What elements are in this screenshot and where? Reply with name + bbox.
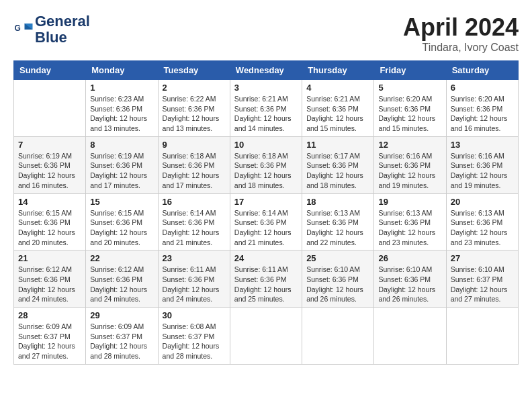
day-number: 11 xyxy=(306,140,369,150)
calendar-week-row: 28Sunrise: 6:09 AM Sunset: 6:37 PM Dayli… xyxy=(14,308,519,365)
day-info: Sunrise: 6:10 AM Sunset: 6:37 PM Dayligh… xyxy=(451,265,514,304)
day-info: Sunrise: 6:12 AM Sunset: 6:36 PM Dayligh… xyxy=(18,265,81,304)
calendar-cell: 21Sunrise: 6:12 AM Sunset: 6:36 PM Dayli… xyxy=(14,250,86,308)
day-number: 27 xyxy=(451,253,514,263)
day-number: 10 xyxy=(234,140,298,150)
calendar-cell: 19Sunrise: 6:13 AM Sunset: 6:36 PM Dayli… xyxy=(374,193,446,250)
page-subtitle: Tindara, Ivory Coast xyxy=(403,42,519,54)
calendar-cell: 7Sunrise: 6:19 AM Sunset: 6:36 PM Daylig… xyxy=(14,136,86,193)
calendar-cell: 26Sunrise: 6:10 AM Sunset: 6:36 PM Dayli… xyxy=(374,250,446,308)
calendar-cell: 13Sunrise: 6:16 AM Sunset: 6:36 PM Dayli… xyxy=(446,136,518,193)
calendar-week-row: 7Sunrise: 6:19 AM Sunset: 6:36 PM Daylig… xyxy=(14,136,519,193)
day-number: 13 xyxy=(451,140,514,150)
day-info: Sunrise: 6:18 AM Sunset: 6:36 PM Dayligh… xyxy=(234,151,298,191)
calendar-cell xyxy=(446,308,518,365)
day-info: Sunrise: 6:19 AM Sunset: 6:36 PM Dayligh… xyxy=(90,151,153,191)
day-info: Sunrise: 6:18 AM Sunset: 6:36 PM Dayligh… xyxy=(163,151,226,191)
calendar-header-row: SundayMondayTuesdayWednesdayThursdayFrid… xyxy=(14,61,519,80)
calendar-header-friday: Friday xyxy=(374,61,446,80)
calendar-week-row: 21Sunrise: 6:12 AM Sunset: 6:36 PM Dayli… xyxy=(14,250,519,308)
calendar-cell: 27Sunrise: 6:10 AM Sunset: 6:37 PM Dayli… xyxy=(446,250,518,308)
calendar-cell: 3Sunrise: 6:21 AM Sunset: 6:36 PM Daylig… xyxy=(230,80,302,137)
calendar-cell: 22Sunrise: 6:12 AM Sunset: 6:36 PM Dayli… xyxy=(86,250,158,308)
day-info: Sunrise: 6:17 AM Sunset: 6:36 PM Dayligh… xyxy=(306,151,369,191)
day-number: 16 xyxy=(163,197,226,207)
day-number: 8 xyxy=(90,140,153,150)
logo-icon: G xyxy=(13,19,34,40)
day-info: Sunrise: 6:15 AM Sunset: 6:36 PM Dayligh… xyxy=(90,208,153,248)
day-number: 9 xyxy=(163,140,226,150)
calendar-header-thursday: Thursday xyxy=(302,61,374,80)
day-number: 7 xyxy=(18,140,81,150)
calendar-cell: 6Sunrise: 6:20 AM Sunset: 6:36 PM Daylig… xyxy=(446,80,518,137)
calendar-week-row: 1Sunrise: 6:23 AM Sunset: 6:36 PM Daylig… xyxy=(14,80,519,137)
calendar-table: SundayMondayTuesdayWednesdayThursdayFrid… xyxy=(13,60,519,365)
title-block: April 2024 Tindara, Ivory Coast xyxy=(403,13,519,54)
day-info: Sunrise: 6:11 AM Sunset: 6:36 PM Dayligh… xyxy=(163,265,226,304)
day-number: 26 xyxy=(378,253,441,263)
day-info: Sunrise: 6:16 AM Sunset: 6:36 PM Dayligh… xyxy=(378,151,441,191)
day-number: 20 xyxy=(451,197,514,207)
day-info: Sunrise: 6:13 AM Sunset: 6:36 PM Dayligh… xyxy=(451,208,514,248)
calendar-cell: 18Sunrise: 6:13 AM Sunset: 6:36 PM Dayli… xyxy=(302,193,374,250)
page-header: G General Blue April 2024 Tindara, Ivory… xyxy=(13,13,519,54)
day-number: 17 xyxy=(234,197,298,207)
calendar-cell: 30Sunrise: 6:08 AM Sunset: 6:37 PM Dayli… xyxy=(158,308,230,365)
calendar-cell: 16Sunrise: 6:14 AM Sunset: 6:36 PM Dayli… xyxy=(158,193,230,250)
day-number: 2 xyxy=(163,83,226,93)
calendar-header-wednesday: Wednesday xyxy=(230,61,302,80)
day-number: 6 xyxy=(451,83,514,93)
calendar-cell: 10Sunrise: 6:18 AM Sunset: 6:36 PM Dayli… xyxy=(230,136,302,193)
day-info: Sunrise: 6:23 AM Sunset: 6:36 PM Dayligh… xyxy=(90,94,153,134)
calendar-cell: 15Sunrise: 6:15 AM Sunset: 6:36 PM Dayli… xyxy=(86,193,158,250)
calendar-cell xyxy=(14,80,86,137)
calendar-cell: 1Sunrise: 6:23 AM Sunset: 6:36 PM Daylig… xyxy=(86,80,158,137)
calendar-cell: 29Sunrise: 6:09 AM Sunset: 6:37 PM Dayli… xyxy=(86,308,158,365)
day-number: 23 xyxy=(163,253,226,263)
day-info: Sunrise: 6:10 AM Sunset: 6:36 PM Dayligh… xyxy=(306,265,369,304)
day-number: 3 xyxy=(234,83,298,93)
day-number: 12 xyxy=(378,140,441,150)
day-number: 14 xyxy=(18,197,81,207)
calendar-cell: 9Sunrise: 6:18 AM Sunset: 6:36 PM Daylig… xyxy=(158,136,230,193)
day-number: 21 xyxy=(18,253,81,263)
day-info: Sunrise: 6:09 AM Sunset: 6:37 PM Dayligh… xyxy=(90,322,153,361)
day-info: Sunrise: 6:22 AM Sunset: 6:36 PM Dayligh… xyxy=(163,94,226,134)
day-info: Sunrise: 6:20 AM Sunset: 6:36 PM Dayligh… xyxy=(378,94,441,134)
day-info: Sunrise: 6:12 AM Sunset: 6:36 PM Dayligh… xyxy=(90,265,153,304)
calendar-cell: 4Sunrise: 6:21 AM Sunset: 6:36 PM Daylig… xyxy=(302,80,374,137)
day-number: 24 xyxy=(234,253,298,263)
day-info: Sunrise: 6:13 AM Sunset: 6:36 PM Dayligh… xyxy=(378,208,441,248)
calendar-cell: 11Sunrise: 6:17 AM Sunset: 6:36 PM Dayli… xyxy=(302,136,374,193)
calendar-cell xyxy=(374,308,446,365)
day-info: Sunrise: 6:09 AM Sunset: 6:37 PM Dayligh… xyxy=(18,322,81,361)
svg-text:G: G xyxy=(15,24,21,33)
calendar-cell: 28Sunrise: 6:09 AM Sunset: 6:37 PM Dayli… xyxy=(14,308,86,365)
day-info: Sunrise: 6:21 AM Sunset: 6:36 PM Dayligh… xyxy=(234,94,298,134)
calendar-header-saturday: Saturday xyxy=(446,61,518,80)
day-info: Sunrise: 6:14 AM Sunset: 6:36 PM Dayligh… xyxy=(163,208,226,248)
day-number: 18 xyxy=(306,197,369,207)
calendar-header-sunday: Sunday xyxy=(14,61,86,80)
day-info: Sunrise: 6:20 AM Sunset: 6:36 PM Dayligh… xyxy=(451,94,514,134)
calendar-cell: 2Sunrise: 6:22 AM Sunset: 6:36 PM Daylig… xyxy=(158,80,230,137)
day-info: Sunrise: 6:14 AM Sunset: 6:36 PM Dayligh… xyxy=(234,208,298,248)
logo: G General Blue xyxy=(13,13,90,46)
day-number: 15 xyxy=(90,197,153,207)
day-number: 1 xyxy=(90,83,153,93)
day-number: 25 xyxy=(306,253,369,263)
day-info: Sunrise: 6:21 AM Sunset: 6:36 PM Dayligh… xyxy=(306,94,369,134)
day-number: 5 xyxy=(378,83,441,93)
day-info: Sunrise: 6:13 AM Sunset: 6:36 PM Dayligh… xyxy=(306,208,369,248)
day-number: 28 xyxy=(18,310,81,320)
calendar-cell: 5Sunrise: 6:20 AM Sunset: 6:36 PM Daylig… xyxy=(374,80,446,137)
day-info: Sunrise: 6:10 AM Sunset: 6:36 PM Dayligh… xyxy=(378,265,441,304)
day-number: 19 xyxy=(378,197,441,207)
calendar-header-tuesday: Tuesday xyxy=(158,61,230,80)
day-number: 22 xyxy=(90,253,153,263)
calendar-cell: 24Sunrise: 6:11 AM Sunset: 6:36 PM Dayli… xyxy=(230,250,302,308)
calendar-cell xyxy=(302,308,374,365)
calendar-cell: 25Sunrise: 6:10 AM Sunset: 6:36 PM Dayli… xyxy=(302,250,374,308)
calendar-cell: 8Sunrise: 6:19 AM Sunset: 6:36 PM Daylig… xyxy=(86,136,158,193)
calendar-cell: 14Sunrise: 6:15 AM Sunset: 6:36 PM Dayli… xyxy=(14,193,86,250)
